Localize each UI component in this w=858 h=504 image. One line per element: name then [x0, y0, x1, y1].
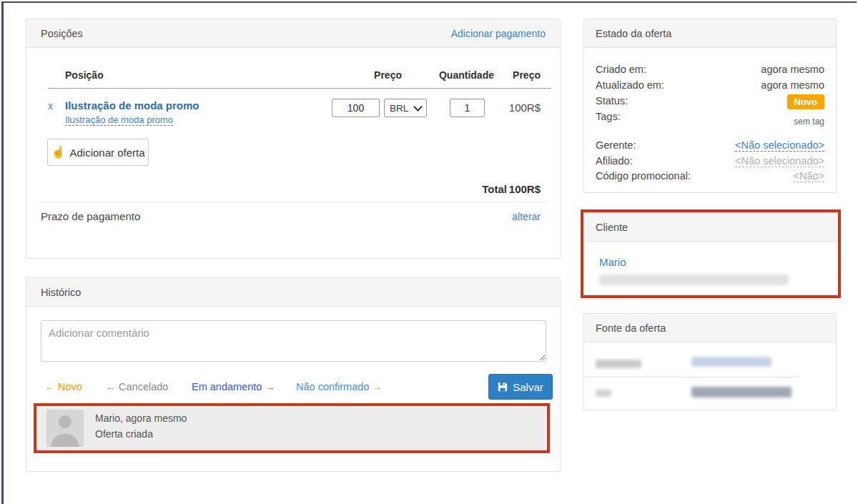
arrow-left-icon: ← — [45, 381, 55, 392]
promo-code-label: Código promocional: — [596, 170, 691, 182]
positions-panel: Posições Adicionar pagamento Posição Pre… — [26, 19, 561, 259]
page: Posições Adicionar pagamento Posição Pre… — [0, 0, 858, 504]
history-title: Histórico — [41, 287, 81, 298]
source-redacted-label — [596, 360, 641, 368]
offer-state-title: Estado da oferta — [596, 28, 671, 39]
client-name-link[interactable]: Mario — [599, 256, 626, 268]
column-header-quantity: Quantidade — [439, 69, 494, 81]
tags-value: sem tag — [794, 117, 824, 127]
total-value: 100R$ — [509, 183, 541, 195]
status-badge: Novo — [787, 94, 825, 109]
status-action-cancelado[interactable]: ← Cancelado — [106, 381, 168, 392]
created-label: Criado em: — [596, 64, 646, 75]
source-redacted-value — [691, 357, 771, 367]
add-offer-button[interactable]: ☝ Adicionar oferta — [47, 139, 149, 166]
save-button[interactable]: Salvar — [488, 374, 553, 400]
offer-source-title: Fonte da oferta — [596, 322, 666, 334]
updated-value: agora mesmo — [761, 79, 824, 91]
column-header-price: Preço — [374, 69, 402, 81]
change-payment-term-link[interactable]: alterar — [512, 211, 541, 222]
status-label: Status: — [596, 95, 628, 107]
client-header: Cliente — [584, 213, 837, 242]
entry-text: Oferta criada — [95, 428, 153, 440]
client-panel-annotation: Cliente Mario — [581, 209, 841, 298]
divider — [584, 377, 799, 377]
offer-state-header: Estado da oferta — [584, 19, 836, 48]
client-title: Cliente — [596, 222, 628, 233]
currency-select[interactable]: BRL — [384, 99, 427, 117]
window-top-edge — [1, 1, 857, 3]
positions-title: Posições — [41, 28, 83, 39]
offer-state-panel: Estado da oferta Criado em: agora mesmo … — [583, 19, 837, 193]
updated-label: Atualizado em: — [596, 79, 664, 91]
source-redacted-label — [596, 390, 611, 397]
arrow-left-icon: ← — [106, 381, 116, 392]
table-header-divider — [48, 88, 551, 89]
manager-select[interactable]: <Não selecionado> — [735, 139, 824, 152]
price-input[interactable] — [332, 99, 380, 117]
line-amount: 100R$ — [509, 102, 541, 114]
arrow-right-icon: → — [372, 381, 382, 392]
floppy-disk-icon — [498, 382, 508, 392]
created-value: agora mesmo — [761, 64, 824, 75]
status-action-label: Não confirmado — [296, 381, 369, 392]
status-action-label: Cancelado — [119, 381, 168, 392]
column-header-amount: Preço — [513, 69, 541, 81]
manager-label: Gerente: — [596, 139, 636, 151]
payment-term-label: Prazo de pagamento — [41, 210, 140, 222]
status-action-label: Em andamento — [192, 381, 262, 392]
quantity-input[interactable] — [450, 99, 485, 117]
comment-input[interactable] — [41, 320, 546, 362]
divider — [39, 202, 547, 202]
client-redacted-info — [599, 275, 789, 285]
affiliate-select[interactable]: <Não selecionado> — [735, 155, 824, 167]
tags-label: Tags: — [596, 111, 621, 122]
position-sublink[interactable]: Ilustração de moda promo — [65, 114, 173, 126]
promo-code-select[interactable]: <Não> — [793, 170, 824, 182]
add-payment-link[interactable]: Adicionar pagamento — [451, 28, 546, 39]
status-action-nao-confirmado[interactable]: Não confirmado → — [296, 381, 382, 392]
status-action-novo[interactable]: ← Novo — [45, 381, 82, 392]
status-action-em-andamento[interactable]: Em andamento → — [192, 381, 275, 392]
history-header: Histórico — [26, 278, 560, 307]
entry-meta: Mario, agora mesmo — [95, 412, 187, 424]
currency-value: BRL — [390, 103, 408, 114]
add-offer-label: Adicionar oferta — [69, 147, 144, 159]
hand-pointer-icon: ☝ — [51, 147, 65, 158]
column-header-position: Posição — [65, 69, 104, 81]
arrow-right-icon: → — [265, 381, 275, 392]
status-action-label: Novo — [58, 381, 82, 392]
positions-header: Posições Adicionar pagamento — [26, 19, 560, 48]
offer-source-panel: Fonte da oferta — [583, 313, 837, 410]
source-redacted-value — [691, 387, 792, 397]
total-label: Total — [482, 183, 507, 195]
history-panel: Histórico ← Novo ← Cancelado Em andament… — [26, 277, 561, 472]
remove-position-button[interactable]: x — [48, 100, 53, 112]
chevron-down-icon — [413, 102, 423, 112]
client-panel: Cliente Mario — [583, 212, 838, 295]
position-name-link[interactable]: Ilustração de moda promo — [65, 99, 199, 112]
window-left-edge — [1, 1, 4, 504]
affiliate-label: Afiliado: — [596, 155, 633, 167]
save-label: Salvar — [513, 381, 543, 393]
history-entry-annotated: Mario, agora mesmo Oferta criada — [34, 403, 550, 453]
offer-source-header: Fonte da oferta — [584, 314, 836, 342]
avatar — [46, 410, 84, 447]
